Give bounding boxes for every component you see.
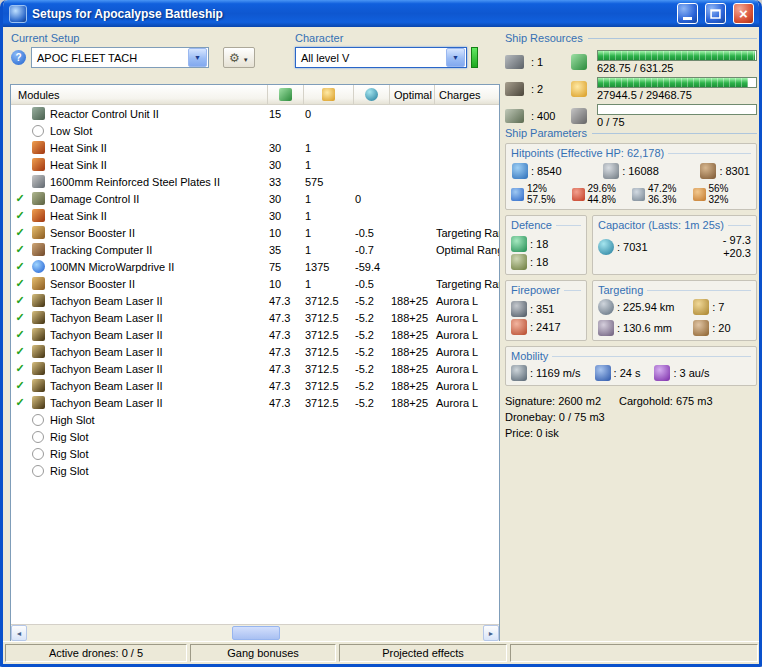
gang-bonuses-panel[interactable]: Gang bonuses xyxy=(190,644,336,662)
optimal-column-header[interactable]: Optimal xyxy=(389,85,434,104)
module-row[interactable]: Rig Slot xyxy=(11,428,499,445)
module-active-checkmark[interactable]: ✓ xyxy=(11,260,29,273)
maximize-button[interactable] xyxy=(705,3,726,24)
titlebar[interactable]: Setups for Apocalypse Battleship xyxy=(3,0,759,27)
module-active-checkmark[interactable]: ✓ xyxy=(11,362,29,375)
module-charge[interactable]: Aurora L xyxy=(434,346,499,358)
close-button[interactable] xyxy=(733,3,754,24)
module-active-checkmark[interactable]: ✓ xyxy=(11,277,29,290)
module-row[interactable]: 1600mm Reinforced Steel Plates II 33 575 xyxy=(11,173,499,190)
modules-column-header[interactable]: Modules xyxy=(11,89,267,101)
setup-combobox[interactable]: APOC FLEET TACH xyxy=(31,47,209,68)
module-row[interactable]: ✓ Tachyon Beam Laser II 47.3 3712.5 -5.2… xyxy=(11,292,499,309)
max-velocity-value: : 1169 m/s xyxy=(530,367,581,379)
resist-cell: 29.6% 44.8% xyxy=(572,183,631,205)
module-optimal: 188+25 xyxy=(389,363,434,375)
module-charge[interactable]: Aurora L xyxy=(434,295,499,307)
module-row[interactable]: ✓ Sensor Booster II 10 1 -0.5 Targeting … xyxy=(11,224,499,241)
powergrid-column-icon xyxy=(322,88,335,101)
character-combobox[interactable]: All level V xyxy=(295,47,467,68)
structure-hp-icon xyxy=(700,163,716,179)
module-name: Tachyon Beam Laser II xyxy=(47,295,267,307)
module-active-checkmark[interactable]: ✓ xyxy=(11,311,29,324)
module-powergrid: 3712.5 xyxy=(303,329,353,341)
empty-slot-icon xyxy=(32,125,44,137)
help-icon[interactable]: ? xyxy=(11,50,26,65)
module-active-checkmark[interactable]: ✓ xyxy=(11,294,29,307)
defence-header: Defence xyxy=(511,219,581,231)
tachyon-laser-icon xyxy=(32,379,45,392)
module-name: Low Slot xyxy=(47,125,267,137)
module-active-checkmark[interactable]: ✓ xyxy=(11,226,29,239)
module-row[interactable]: ✓ Tachyon Beam Laser II 47.3 3712.5 -5.2… xyxy=(11,309,499,326)
module-active-checkmark[interactable]: ✓ xyxy=(11,328,29,341)
resource-bar xyxy=(597,104,757,115)
statusbar: Active drones: 0 / 5 Gang bonuses Projec… xyxy=(3,641,759,664)
module-capacitor: -5.2 xyxy=(353,380,389,392)
module-optimal: 188+25 xyxy=(389,380,434,392)
module-charge[interactable]: Targeting Ran xyxy=(434,227,499,239)
tracking-computer-icon xyxy=(32,243,45,256)
module-powergrid: 575 xyxy=(303,176,353,188)
module-row[interactable]: Heat Sink II 30 1 xyxy=(11,139,499,156)
module-row[interactable]: Rig Slot xyxy=(11,462,499,479)
minimize-button[interactable] xyxy=(677,3,698,24)
charges-column-header[interactable]: Charges xyxy=(434,85,499,104)
modules-table-header: Modules Optimal Charges xyxy=(11,85,499,105)
module-active-checkmark[interactable]: ✓ xyxy=(11,209,29,222)
modules-list: Reactor Control Unit II 15 0 Low Slot xyxy=(11,105,499,624)
module-row[interactable]: ✓ Sensor Booster II 10 1 -0.5 Targeting … xyxy=(11,275,499,292)
structure-hp-value: : 8301 xyxy=(719,165,750,177)
module-cpu: 47.3 xyxy=(267,346,303,358)
module-row[interactable]: ✓ Tachyon Beam Laser II 47.3 3712.5 -5.2… xyxy=(11,326,499,343)
module-charge[interactable]: Aurora L xyxy=(434,363,499,375)
module-name: 1600mm Reinforced Steel Plates II xyxy=(47,176,267,188)
character-combobox-arrow-icon[interactable] xyxy=(446,48,465,67)
module-row[interactable]: Low Slot xyxy=(11,122,499,139)
thermal-resist-icon xyxy=(572,188,585,201)
module-row[interactable]: ✓ Tachyon Beam Laser II 47.3 3712.5 -5.2… xyxy=(11,394,499,411)
scrollbar-thumb[interactable] xyxy=(232,626,280,640)
module-capacitor: -0.5 xyxy=(353,227,389,239)
powergrid-icon xyxy=(571,81,587,97)
module-name: 100MN MicroWarpdrive II xyxy=(47,261,267,273)
module-optimal: 188+25 xyxy=(389,346,434,358)
module-row[interactable]: ✓ Tachyon Beam Laser II 47.3 3712.5 -5.2… xyxy=(11,360,499,377)
scroll-left-button[interactable] xyxy=(11,625,27,641)
horizontal-scrollbar[interactable] xyxy=(11,624,499,641)
defence-value-2: : 18 xyxy=(530,256,548,268)
module-active-checkmark[interactable]: ✓ xyxy=(11,345,29,358)
module-row[interactable]: Heat Sink II 30 1 xyxy=(11,156,499,173)
module-charge[interactable]: Aurora L xyxy=(434,312,499,324)
module-active-checkmark[interactable]: ✓ xyxy=(11,379,29,392)
scroll-right-button[interactable] xyxy=(483,625,499,641)
setup-tools-button[interactable] xyxy=(223,47,255,68)
defence-box: Defence : 18 : 18 xyxy=(505,215,587,275)
resist-cell: 56% 32% xyxy=(693,183,752,205)
module-row[interactable]: Reactor Control Unit II 15 0 xyxy=(11,105,499,122)
module-optimal: 188+25 xyxy=(389,397,434,409)
module-row[interactable]: ✓ Damage Control II 30 1 0 xyxy=(11,190,499,207)
module-charge[interactable]: Aurora L xyxy=(434,380,499,392)
module-cpu: 47.3 xyxy=(267,329,303,341)
module-row[interactable]: ✓ Heat Sink II 30 1 xyxy=(11,207,499,224)
module-active-checkmark[interactable]: ✓ xyxy=(11,192,29,205)
module-capacitor: -5.2 xyxy=(353,295,389,307)
module-row[interactable]: ✓ Tachyon Beam Laser II 47.3 3712.5 -5.2… xyxy=(11,377,499,394)
module-active-checkmark[interactable]: ✓ xyxy=(11,396,29,409)
align-time-icon xyxy=(595,365,611,381)
module-row[interactable]: Rig Slot xyxy=(11,445,499,462)
projected-effects-panel[interactable]: Projected effects xyxy=(339,644,507,662)
module-charge[interactable]: Aurora L xyxy=(434,397,499,409)
module-row[interactable]: ✓ 100MN MicroWarpdrive II 75 1375 -59.4 xyxy=(11,258,499,275)
module-active-checkmark[interactable]: ✓ xyxy=(11,243,29,256)
module-row[interactable]: ✓ Tracking Computer II 35 1 -0.7 Optimal… xyxy=(11,241,499,258)
module-powergrid: 3712.5 xyxy=(303,346,353,358)
setup-combobox-arrow-icon[interactable] xyxy=(188,48,207,67)
module-charge[interactable]: Aurora L xyxy=(434,329,499,341)
module-row[interactable]: High Slot xyxy=(11,411,499,428)
scrollbar-track[interactable] xyxy=(27,625,483,641)
module-charge[interactable]: Targeting Ran xyxy=(434,278,499,290)
module-row[interactable]: ✓ Tachyon Beam Laser II 47.3 3712.5 -5.2… xyxy=(11,343,499,360)
module-charge[interactable]: Optimal Rang xyxy=(434,244,499,256)
